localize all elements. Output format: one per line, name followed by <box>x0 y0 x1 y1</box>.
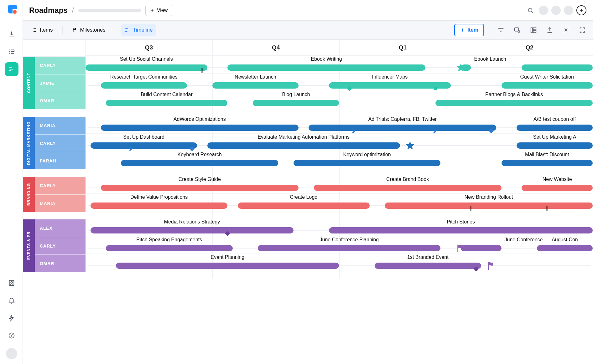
timeline-bar[interactable]: Ad Trials: Capterra, FB, Twitter <box>309 125 496 131</box>
link-button[interactable] <box>512 25 523 35</box>
timeline-bar[interactable]: AdWords Optimizations <box>101 125 299 131</box>
timeline-bar[interactable]: June Conference <box>461 245 502 251</box>
export-icon <box>546 27 553 33</box>
flag-milestone-icon[interactable] <box>456 244 466 253</box>
collab-avatar-2[interactable] <box>551 6 561 15</box>
star-milestone-icon[interactable] <box>456 63 466 72</box>
timeline-bar[interactable]: Set Up Social Channels <box>86 64 207 71</box>
timeline-bar[interactable]: Pitch Speaking Engagements <box>106 245 233 251</box>
search-button[interactable] <box>525 5 536 16</box>
rail-notifications[interactable] <box>5 294 18 307</box>
roadmap-name-placeholder[interactable] <box>78 9 141 12</box>
timeline-bar[interactable]: Evaluate Marketing Automation Platforms <box>207 142 400 149</box>
rail-help[interactable] <box>5 329 18 342</box>
group-header[interactable]: BRANDING <box>23 177 35 212</box>
lane-header[interactable]: CARLY <box>35 177 86 194</box>
rail-timeline[interactable] <box>5 62 18 76</box>
rail-download[interactable] <box>5 27 18 41</box>
add-item-button[interactable]: Item <box>454 24 484 36</box>
timeline-bar[interactable] <box>522 64 593 71</box>
star-milestone-icon[interactable] <box>405 141 415 150</box>
timeline-bar[interactable]: A/B test coupon off <box>517 125 593 131</box>
flag-milestone-icon[interactable] <box>486 261 496 270</box>
add-view-label: View <box>157 8 168 13</box>
bar-label: August Con <box>552 237 578 243</box>
tick-marker-icon <box>544 206 550 212</box>
timeline-bar[interactable]: June Conference Planning <box>258 245 440 251</box>
lane-header[interactable]: JAMIE <box>35 74 86 92</box>
timeline-bar[interactable]: Mail Blast: Discount <box>502 160 593 166</box>
timeline-bar[interactable]: Pitch Stories <box>329 227 593 233</box>
timeline-bar[interactable]: Keyboard Research <box>121 160 278 166</box>
bar-label: Pitch Stories <box>447 219 475 225</box>
timeline-lane: Create Style GuideCreate Brand BookNew W… <box>86 176 593 193</box>
group-header[interactable]: CONTENT <box>23 57 35 109</box>
tab-timeline[interactable]: Timeline <box>121 24 157 36</box>
timeline-bar[interactable]: New Branding Rollout <box>385 203 593 209</box>
group-header[interactable]: DIGITAL MARKETING <box>23 117 35 169</box>
lane-header[interactable]: MARIA <box>35 117 86 134</box>
lane-header[interactable]: FARAH <box>35 152 86 169</box>
timeline-lane: Define Value PropositionsCreate LogoNew … <box>86 193 593 211</box>
layout-button[interactable] <box>528 25 539 35</box>
timeline-lane: Keyboard ResearchKeyword optimizationMai… <box>86 151 593 168</box>
collab-avatar-3[interactable] <box>564 6 573 15</box>
export-button[interactable] <box>544 25 555 35</box>
lane-header[interactable]: OMAR <box>35 254 86 272</box>
timeline-bar[interactable]: Partner Blogs & Backlinks <box>435 100 593 106</box>
lane-header[interactable]: ALEX <box>35 219 86 237</box>
timeline-bar[interactable]: Influencer Maps <box>329 82 451 89</box>
timeline-bar[interactable]: Create Brand Book <box>314 185 502 191</box>
lane-header[interactable]: CARLY <box>35 57 86 74</box>
timeline-bar[interactable]: August Con <box>537 245 593 251</box>
timeline-bar[interactable]: Define Value Propositions <box>91 203 227 209</box>
settings-button[interactable] <box>561 25 571 35</box>
timeline-bar[interactable]: Keyword optimization <box>294 160 441 166</box>
rail-avatar[interactable] <box>6 348 17 359</box>
quarter-label: Q2 <box>466 40 593 55</box>
timeline-bar[interactable]: Set Up Marketing A <box>517 142 593 149</box>
bar-label: June Conference Planning <box>320 237 379 243</box>
svg-rect-11 <box>202 68 203 73</box>
lane-header[interactable]: CARLY <box>35 237 86 254</box>
timeline-bar[interactable]: Build Content Calendar <box>106 100 228 106</box>
topbar: Roadmaps / View + <box>23 0 593 21</box>
timeline-bar[interactable]: Set Up Dashboard <box>91 142 197 149</box>
timeline-lane: Research Target CommunitiesNewsletter La… <box>86 73 593 91</box>
bar-label: Ad Trials: Capterra, FB, Twitter <box>368 116 437 122</box>
timeline-bar[interactable]: Media Relations Strategy <box>91 227 294 233</box>
tab-milestones-label: Milestones <box>80 27 106 33</box>
timeline-bar[interactable]: Ebook Writing <box>227 64 425 71</box>
tab-milestones[interactable]: Milestones <box>68 24 109 36</box>
rail-contacts[interactable] <box>5 276 18 290</box>
collab-avatar-1[interactable] <box>539 6 548 15</box>
lane-header[interactable]: OMAR <box>35 92 86 109</box>
timeline-bar[interactable]: 1st Branded Event <box>375 263 481 269</box>
invite-button[interactable]: + <box>576 5 586 15</box>
group-header[interactable]: EVENTS & PR <box>23 219 35 272</box>
timeline-bar[interactable]: Blog Launch <box>253 100 339 106</box>
fullscreen-button[interactable] <box>577 25 588 35</box>
lane-header[interactable]: CARLY <box>35 134 86 152</box>
timeline-bar[interactable]: Newsletter Launch <box>212 82 299 89</box>
layout-icon <box>530 27 537 33</box>
timeline-bar[interactable]: Event Planning <box>116 263 339 269</box>
lane-header[interactable]: MARIA <box>35 194 86 212</box>
add-view-button[interactable]: View <box>145 5 172 16</box>
main-column: Roadmaps / View + Items <box>23 0 593 364</box>
tab-items[interactable]: Items <box>28 24 57 36</box>
timeline-bar[interactable]: Create Style Guide <box>101 185 299 191</box>
timeline-bar[interactable]: Research Target Communities <box>101 82 187 89</box>
timeline-bar[interactable]: Create Logo <box>238 203 370 209</box>
rail-activity[interactable] <box>5 311 18 325</box>
list-icon <box>32 27 37 33</box>
bar-label: Media Relations Strategy <box>164 219 220 225</box>
timeline-bar[interactable]: New Website <box>522 185 593 191</box>
quarter-header: Q3Q4Q1Q2 <box>86 40 593 56</box>
timeline-scroll[interactable]: CONTENTCARLYJAMIEOMARDIGITAL MARKETINGMA… <box>23 40 593 364</box>
timeline-bar[interactable]: Guest Writer Solicitation <box>502 82 593 89</box>
diamond-marker-icon <box>189 146 195 151</box>
filter-button[interactable] <box>496 25 506 35</box>
rail-checklist[interactable] <box>5 45 18 59</box>
tab-timeline-label: Timeline <box>133 27 153 33</box>
